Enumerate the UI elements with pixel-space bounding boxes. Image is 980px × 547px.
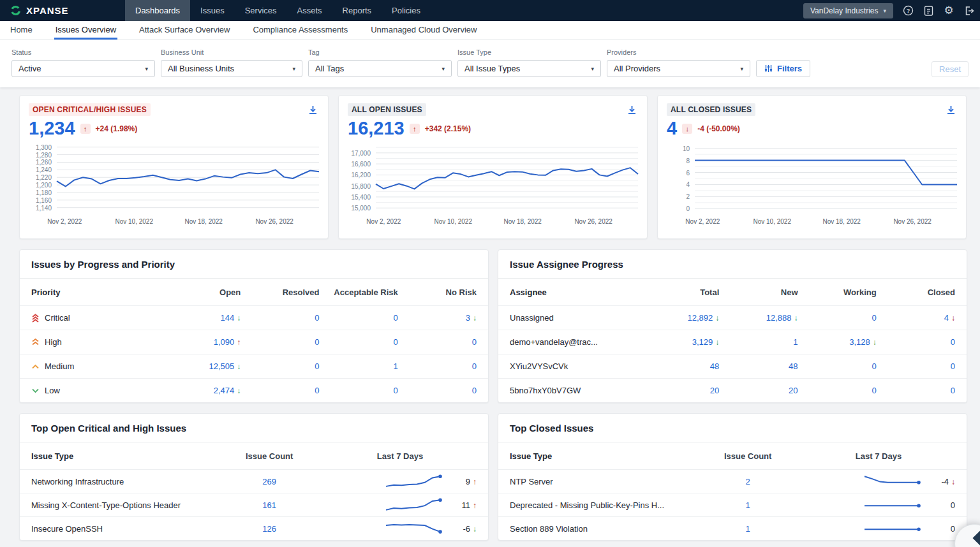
org-selector-button[interactable]: VanDelay Industries ▾ bbox=[803, 3, 893, 18]
count-link[interactable]: 20 bbox=[789, 386, 798, 395]
nav-item-assets[interactable]: Assets bbox=[287, 0, 332, 21]
nav-item-dashboards[interactable]: Dashboards bbox=[125, 0, 190, 21]
brand[interactable]: XPANSE bbox=[0, 0, 125, 21]
delta-value: -6 bbox=[463, 524, 470, 534]
count-link[interactable]: 0 bbox=[951, 337, 955, 347]
filters-button[interactable]: Filters bbox=[756, 60, 810, 77]
count-link[interactable]: 0 bbox=[315, 386, 319, 395]
chevron-down-icon: ▾ bbox=[591, 66, 594, 72]
count-link[interactable]: 12,888 bbox=[766, 313, 792, 323]
sparkline-chart bbox=[384, 497, 445, 513]
count-link[interactable]: 0 bbox=[872, 313, 877, 323]
settings-gear-icon[interactable]: ⚙ bbox=[943, 5, 954, 17]
panel-title: Issue Assignee Progress bbox=[498, 250, 967, 279]
issue-type-select-value: All Issue Types bbox=[464, 64, 520, 73]
nav-item-issues[interactable]: Issues bbox=[190, 0, 235, 21]
svg-text:?: ? bbox=[906, 8, 910, 14]
count-link[interactable]: 48 bbox=[710, 361, 719, 371]
filter-status: Status Active ▾ bbox=[11, 48, 155, 77]
count-link[interactable]: 1 bbox=[746, 500, 750, 510]
help-icon[interactable]: ? bbox=[902, 5, 914, 17]
count-link[interactable]: 12,892 bbox=[687, 313, 713, 323]
delta-value: 9 bbox=[466, 477, 470, 486]
count-link[interactable]: 1 bbox=[793, 337, 798, 347]
count-link[interactable]: 1 bbox=[746, 524, 750, 534]
chevron-down-icon: ▾ bbox=[145, 66, 148, 72]
download-icon[interactable] bbox=[306, 103, 319, 116]
chevron-down-icon: ▾ bbox=[740, 66, 743, 72]
logout-icon[interactable] bbox=[963, 5, 975, 17]
count-link[interactable]: 12,505 bbox=[209, 361, 234, 371]
reset-button[interactable]: Reset bbox=[932, 61, 969, 77]
stat-delta: +342 (2.15%) bbox=[425, 124, 471, 133]
count-link[interactable]: 269 bbox=[262, 477, 276, 486]
count-link[interactable]: 1,090 bbox=[214, 337, 235, 347]
count-link[interactable]: 161 bbox=[262, 500, 276, 510]
nav-item-reports[interactable]: Reports bbox=[332, 0, 382, 21]
tab-issues-overview[interactable]: Issues Overview bbox=[54, 21, 117, 40]
tag-select-value: All Tags bbox=[315, 64, 344, 73]
table-row: Low 2,474↓ 0 0 0 bbox=[20, 378, 488, 402]
count-link[interactable]: 0 bbox=[951, 386, 955, 395]
count-link[interactable]: 0 bbox=[315, 337, 319, 347]
trend-arrow-icon: ↓ bbox=[473, 525, 477, 534]
stat-delta: -4 (-50.00%) bbox=[697, 124, 740, 133]
trend-arrow-icon: ↓ bbox=[682, 124, 692, 134]
status-select[interactable]: Active ▾ bbox=[11, 60, 155, 77]
count-link[interactable]: 0 bbox=[472, 337, 477, 347]
issue-type-select[interactable]: All Issue Types ▾ bbox=[457, 60, 601, 77]
delta-value: 0 bbox=[951, 524, 955, 534]
count-link[interactable]: 3,128 bbox=[849, 337, 870, 347]
count-link[interactable]: 20 bbox=[710, 386, 719, 395]
count-link[interactable]: 1 bbox=[394, 361, 398, 371]
sliders-icon bbox=[764, 64, 773, 73]
tab-unmanaged-cloud-overview[interactable]: Unmanaged Cloud Overview bbox=[369, 21, 478, 40]
download-icon[interactable] bbox=[625, 103, 638, 116]
count-link[interactable]: 144 bbox=[221, 313, 235, 323]
count-link[interactable]: 3,129 bbox=[692, 337, 713, 347]
count-link[interactable]: 0 bbox=[394, 313, 398, 323]
business-unit-select[interactable]: All Business Units ▾ bbox=[161, 60, 302, 77]
count-link[interactable]: 0 bbox=[315, 313, 319, 323]
filter-status-label: Status bbox=[11, 48, 155, 56]
stat-value: 1,234 bbox=[29, 119, 75, 138]
count-link[interactable]: 0 bbox=[472, 361, 477, 371]
count-link[interactable]: 2,474 bbox=[214, 386, 235, 395]
table-row: Section 889 Violation 1 0 bbox=[498, 516, 967, 540]
filter-issue-type-label: Issue Type bbox=[457, 48, 601, 56]
count-link[interactable]: 4 bbox=[944, 313, 949, 323]
high-priority-icon bbox=[31, 339, 40, 346]
tab-compliance-assessments[interactable]: Compliance Assessments bbox=[251, 21, 349, 40]
table-row: Critical 144↓ 0 0 3↓ bbox=[20, 305, 488, 330]
count-link[interactable]: 0 bbox=[951, 361, 955, 371]
count-link[interactable]: 0 bbox=[394, 337, 398, 347]
chevron-down-icon: ▾ bbox=[883, 8, 886, 14]
medium-priority-icon bbox=[31, 364, 40, 369]
sparkline-chart bbox=[863, 473, 923, 490]
count-link[interactable]: 48 bbox=[789, 361, 798, 371]
count-link[interactable]: 0 bbox=[315, 361, 319, 371]
panel-top-open-critical-high-issues: Top Open Critical and High Issues Issue … bbox=[19, 413, 489, 541]
nav-item-policies[interactable]: Policies bbox=[382, 0, 431, 21]
count-link[interactable]: 0 bbox=[872, 361, 877, 371]
table-header: Issue Type Issue Count Last 7 Days bbox=[20, 442, 488, 469]
count-link[interactable]: 2 bbox=[746, 477, 750, 486]
count-link[interactable]: 126 bbox=[262, 524, 276, 534]
count-link[interactable]: 0 bbox=[872, 386, 877, 395]
tab-home[interactable]: Home bbox=[9, 21, 34, 40]
table-row: Unassigned 12,892↓ 12,888↓ 0 4↓ bbox=[498, 305, 967, 330]
providers-select[interactable]: All Providers ▾ bbox=[607, 60, 750, 77]
table-header: Issue Type Issue Count Last 7 Days bbox=[498, 442, 967, 469]
tab-attack-surface-overview[interactable]: Attack Surface Overview bbox=[138, 21, 231, 40]
count-link[interactable]: 3 bbox=[466, 313, 470, 323]
priority-label: Low bbox=[45, 386, 60, 395]
count-link[interactable]: 0 bbox=[394, 386, 398, 395]
tag-select[interactable]: All Tags ▾ bbox=[308, 60, 452, 77]
count-link[interactable]: 0 bbox=[472, 386, 477, 395]
release-notes-icon[interactable] bbox=[923, 5, 934, 17]
delta-value: 0 bbox=[951, 500, 955, 510]
stat-card-open-critical-high: OPEN CRITICAL/HIGH ISSUES 1,234 ↑ +24 (1… bbox=[19, 95, 329, 239]
panel-issue-assignee-progress: Issue Assignee Progress Assignee Total N… bbox=[498, 249, 967, 403]
download-icon[interactable] bbox=[944, 103, 957, 116]
nav-item-services[interactable]: Services bbox=[235, 0, 287, 21]
